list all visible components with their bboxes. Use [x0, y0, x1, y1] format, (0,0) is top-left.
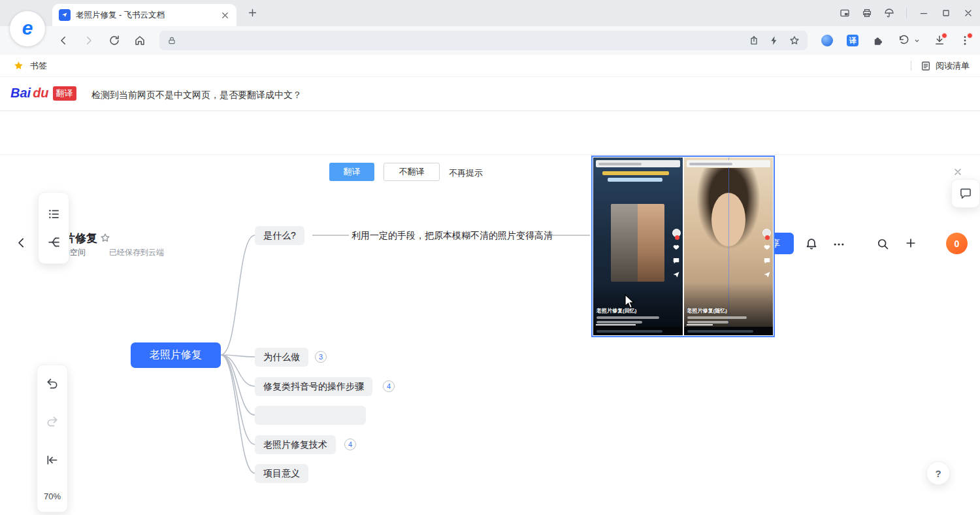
video-search-bar — [596, 160, 680, 167]
dont-remind-button[interactable]: 不再提示 — [449, 167, 483, 179]
video-search-bar — [687, 160, 771, 167]
reading-list-label[interactable]: 阅读清单 — [936, 60, 970, 72]
browser-logo[interactable]: e — [10, 11, 45, 46]
lightning-icon[interactable] — [769, 35, 779, 46]
translate-prompt-message: 检测到当前网页不是中文网页，是否要翻译成中文？ — [91, 90, 302, 101]
text-bar — [596, 321, 642, 324]
maximize-button[interactable] — [941, 8, 951, 18]
redo-icon[interactable] — [46, 415, 59, 428]
douyin-screenshot-right[interactable]: 老照片修复(随忆) — [684, 158, 774, 335]
mindmap-branch-why[interactable]: 为什么做 — [255, 348, 308, 367]
favorite-star-icon[interactable] — [789, 35, 800, 46]
headline-bar — [602, 171, 669, 175]
header-divider — [0, 154, 980, 155]
feishu-favicon-icon — [59, 9, 71, 21]
home-button[interactable] — [134, 35, 146, 46]
pip-icon[interactable] — [840, 8, 850, 18]
send-to-device-icon[interactable] — [749, 35, 759, 46]
address-bar[interactable] — [159, 31, 808, 50]
search-icon[interactable] — [876, 237, 889, 250]
video-bottom-bar — [593, 327, 683, 335]
baidu-logo-du: du — [33, 86, 48, 101]
reading-list-icon[interactable] — [921, 61, 931, 71]
creator-avatar — [762, 229, 771, 237]
bookmarks-divider — [911, 61, 911, 71]
like-heart-icon — [763, 243, 771, 251]
mindmap-branch-steps[interactable]: 修复类抖音号的操作步骤 — [255, 377, 372, 396]
comment-icon — [959, 187, 972, 200]
tab-close-icon[interactable] — [220, 10, 230, 20]
mindmap-view-icon[interactable] — [47, 235, 61, 249]
user-avatar[interactable]: 0 — [946, 233, 968, 254]
back-button[interactable] — [57, 35, 69, 46]
printer-icon[interactable] — [862, 8, 872, 18]
outline-view-icon[interactable] — [47, 207, 61, 221]
bookmark-item[interactable]: 书签 — [30, 60, 47, 72]
tab-bar: 老照片修复 - 飞书云文档 — [0, 0, 980, 26]
download-icon[interactable] — [934, 35, 945, 46]
mindmap-note-text[interactable]: 利用一定的手段，把原本模糊不清的照片变得高清 — [351, 230, 553, 242]
help-button[interactable]: ? — [926, 461, 950, 485]
undo-icon[interactable] — [46, 377, 59, 390]
translate-button[interactable]: 翻译 — [329, 163, 374, 181]
comments-panel-button[interactable] — [951, 179, 980, 208]
share-arrow-icon — [763, 271, 771, 278]
baidu-translate-bar: Bai du 翻译 检测到当前网页不是中文网页，是否要翻译成中文？ 翻译 不翻译… — [0, 77, 980, 111]
caption-block: 老照片修复(随忆) — [687, 307, 759, 324]
creator-avatar — [672, 229, 681, 237]
doc-back-button[interactable] — [14, 236, 28, 250]
mindmap-branch-meaning[interactable]: 项目意义 — [255, 464, 308, 483]
close-button[interactable] — [963, 8, 973, 18]
bookmark-star-icon[interactable] — [13, 60, 24, 71]
video-bottom-bar — [684, 327, 774, 335]
mindmap-root-node[interactable]: 老照片修复 — [131, 342, 221, 368]
minimize-button[interactable] — [919, 8, 929, 18]
umbrella-icon[interactable] — [884, 8, 894, 18]
zoom-level[interactable]: 70% — [44, 491, 61, 501]
refresh-button[interactable] — [108, 35, 120, 46]
save-status: 已经保存到云端 — [109, 247, 164, 258]
video-progress-bar — [687, 324, 713, 325]
browser-toolbar: 译 — [0, 26, 980, 55]
browser-logo-letter: e — [22, 17, 33, 39]
collapse-badge-tech[interactable]: 4 — [344, 439, 356, 450]
window-controls-divider — [906, 8, 907, 18]
more-options-icon[interactable] — [832, 238, 845, 251]
baidu-translate-logo: Bai du 翻译 — [10, 86, 76, 101]
restored-photo-half — [638, 204, 664, 282]
comment-bubble-icon — [672, 257, 680, 265]
notifications-bell-icon[interactable] — [805, 237, 818, 250]
no-translate-button[interactable]: 不翻译 — [384, 163, 440, 181]
collapse-left-icon[interactable] — [46, 454, 59, 467]
video-progress-bar — [596, 324, 636, 325]
shield-ball-icon[interactable] — [821, 35, 833, 46]
baidu-logo-product: 翻译 — [53, 86, 76, 101]
window-controls — [840, 0, 973, 26]
douyin-screenshot-left[interactable]: 老照片修复(回忆) — [593, 158, 683, 335]
document-header: 老照片修复 我的空间 已经保存到云端 分享 0 — [0, 111, 980, 154]
mindmap-branch-what[interactable]: 是什么? — [255, 226, 304, 245]
doc-favorite-star-icon[interactable] — [100, 233, 110, 243]
canvas-toolbar: 70% — [37, 365, 68, 512]
forward-button[interactable] — [83, 35, 95, 46]
mindmap-branch-empty[interactable] — [255, 406, 366, 425]
create-new-icon[interactable] — [904, 237, 917, 250]
text-bar — [687, 316, 747, 319]
collapse-badge-why[interactable]: 3 — [315, 351, 327, 363]
restore-dropdown-icon[interactable] — [914, 38, 920, 44]
mouse-cursor — [625, 294, 636, 310]
new-tab-button[interactable] — [247, 7, 258, 18]
browser-menu-icon[interactable] — [959, 35, 971, 46]
share-arrow-icon — [672, 271, 680, 278]
translate-bar-close-icon[interactable] — [953, 167, 963, 177]
mindmap-branch-tech[interactable]: 老照片修复技术 — [255, 435, 336, 454]
text-bar — [689, 163, 732, 165]
attachment-image-card[interactable]: 老照片修复(回忆) — [591, 156, 775, 337]
text-bar — [598, 163, 642, 165]
translate-extension-icon[interactable]: 译 — [847, 35, 858, 46]
restore-tabs-icon[interactable] — [898, 35, 909, 46]
collapse-badge-steps[interactable]: 4 — [383, 380, 395, 392]
extensions-puzzle-icon[interactable] — [872, 35, 884, 46]
browser-tab[interactable]: 老照片修复 - 飞书云文档 — [52, 4, 237, 26]
text-bar — [687, 321, 729, 324]
